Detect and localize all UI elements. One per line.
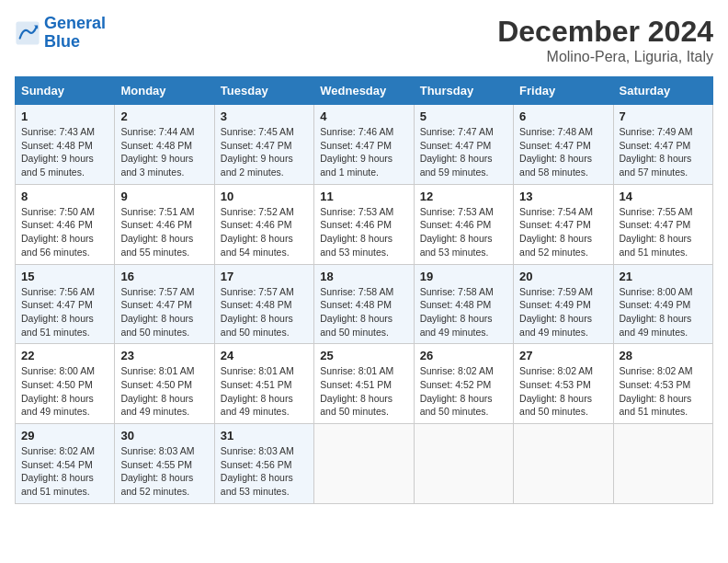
- calendar-title: December 2024: [497, 15, 713, 49]
- day-number: 7: [620, 109, 707, 123]
- title-block: December 2024 Molino-Pera, Liguria, Ital…: [497, 15, 713, 65]
- weekday-header-monday: Monday: [115, 77, 214, 105]
- day-number: 10: [221, 190, 308, 203]
- calendar-cell: 9Sunrise: 7:51 AMSunset: 4:46 PMDaylight…: [115, 184, 214, 264]
- day-number: 27: [519, 349, 607, 362]
- day-number: 13: [519, 190, 607, 203]
- day-detail: Sunrise: 7:56 AMSunset: 4:47 PMDaylight:…: [21, 285, 108, 339]
- day-detail: Sunrise: 8:02 AMSunset: 4:53 PMDaylight:…: [620, 364, 707, 419]
- day-detail: Sunrise: 7:47 AMSunset: 4:47 PMDaylight:…: [420, 125, 507, 179]
- day-number: 22: [21, 349, 108, 362]
- calendar-cell: 27Sunrise: 8:02 AMSunset: 4:53 PMDayligh…: [514, 344, 613, 424]
- calendar-cell: 6Sunrise: 7:48 AMSunset: 4:47 PMDaylight…: [514, 105, 613, 185]
- calendar-cell: 20Sunrise: 7:59 AMSunset: 4:49 PMDayligh…: [514, 264, 613, 344]
- calendar-cell: 7Sunrise: 7:49 AMSunset: 4:47 PMDaylight…: [613, 105, 712, 185]
- day-number: 19: [420, 270, 507, 283]
- day-number: 30: [120, 429, 208, 442]
- calendar-cell: 25Sunrise: 8:01 AMSunset: 4:51 PMDayligh…: [314, 344, 414, 424]
- logo-line1: General: [44, 14, 106, 32]
- day-number: 6: [519, 109, 607, 123]
- weekday-header-saturday: Saturday: [613, 77, 712, 105]
- day-detail: Sunrise: 7:57 AMSunset: 4:47 PMDaylight:…: [120, 285, 208, 339]
- day-detail: Sunrise: 8:02 AMSunset: 4:53 PMDaylight:…: [519, 364, 607, 419]
- calendar-cell: 15Sunrise: 7:56 AMSunset: 4:47 PMDayligh…: [16, 264, 115, 344]
- calendar-cell: 21Sunrise: 8:00 AMSunset: 4:49 PMDayligh…: [613, 264, 712, 344]
- calendar-cell: 11Sunrise: 7:53 AMSunset: 4:46 PMDayligh…: [314, 184, 414, 264]
- day-number: 3: [221, 109, 308, 123]
- day-detail: Sunrise: 7:57 AMSunset: 4:48 PMDaylight:…: [221, 285, 308, 339]
- calendar-cell: 18Sunrise: 7:58 AMSunset: 4:48 PMDayligh…: [314, 264, 414, 344]
- day-number: 1: [21, 109, 108, 123]
- weekday-header-friday: Friday: [514, 77, 613, 105]
- calendar-cell: [613, 424, 712, 504]
- day-number: 8: [21, 190, 108, 203]
- day-number: 21: [620, 270, 707, 283]
- calendar-cell: 28Sunrise: 8:02 AMSunset: 4:53 PMDayligh…: [613, 344, 712, 424]
- day-number: 24: [221, 349, 308, 362]
- calendar-cell: 2Sunrise: 7:44 AMSunset: 4:48 PMDaylight…: [115, 105, 214, 185]
- calendar-cell: [514, 424, 613, 504]
- day-number: 17: [221, 270, 308, 283]
- day-detail: Sunrise: 8:03 AMSunset: 4:55 PMDaylight:…: [120, 444, 208, 499]
- day-number: 5: [420, 109, 507, 123]
- calendar-week-5: 29Sunrise: 8:02 AMSunset: 4:54 PMDayligh…: [16, 424, 713, 504]
- calendar-cell: 29Sunrise: 8:02 AMSunset: 4:54 PMDayligh…: [16, 424, 115, 504]
- day-detail: Sunrise: 8:01 AMSunset: 4:51 PMDaylight:…: [221, 364, 308, 419]
- logo: General Blue: [15, 15, 106, 52]
- calendar-week-4: 22Sunrise: 8:00 AMSunset: 4:50 PMDayligh…: [16, 344, 713, 424]
- calendar-week-3: 15Sunrise: 7:56 AMSunset: 4:47 PMDayligh…: [16, 264, 713, 344]
- calendar-subtitle: Molino-Pera, Liguria, Italy: [497, 49, 713, 65]
- day-number: 29: [21, 429, 108, 442]
- day-detail: Sunrise: 7:45 AMSunset: 4:47 PMDaylight:…: [221, 125, 308, 179]
- day-number: 25: [320, 349, 407, 362]
- day-number: 11: [320, 190, 407, 203]
- day-detail: Sunrise: 7:53 AMSunset: 4:46 PMDaylight:…: [320, 205, 407, 259]
- calendar-cell: 10Sunrise: 7:52 AMSunset: 4:46 PMDayligh…: [214, 184, 313, 264]
- calendar-cell: 16Sunrise: 7:57 AMSunset: 4:47 PMDayligh…: [115, 264, 214, 344]
- calendar-cell: 5Sunrise: 7:47 AMSunset: 4:47 PMDaylight…: [414, 105, 513, 185]
- day-number: 26: [420, 349, 507, 362]
- calendar-table: SundayMondayTuesdayWednesdayThursdayFrid…: [15, 76, 713, 504]
- weekday-header-tuesday: Tuesday: [214, 77, 313, 105]
- calendar-cell: 8Sunrise: 7:50 AMSunset: 4:46 PMDaylight…: [16, 184, 115, 264]
- day-number: 2: [120, 109, 208, 123]
- day-number: 14: [620, 190, 707, 203]
- logo-text: General Blue: [44, 15, 106, 52]
- calendar-cell: 24Sunrise: 8:01 AMSunset: 4:51 PMDayligh…: [214, 344, 313, 424]
- day-number: 18: [320, 270, 407, 283]
- day-number: 28: [620, 349, 707, 362]
- weekday-header-wednesday: Wednesday: [314, 77, 414, 105]
- day-detail: Sunrise: 7:48 AMSunset: 4:47 PMDaylight:…: [519, 125, 607, 179]
- day-number: 31: [221, 429, 308, 442]
- day-detail: Sunrise: 7:51 AMSunset: 4:46 PMDaylight:…: [120, 205, 208, 259]
- logo-icon: [15, 20, 40, 46]
- calendar-cell: 26Sunrise: 8:02 AMSunset: 4:52 PMDayligh…: [414, 344, 513, 424]
- calendar-week-1: 1Sunrise: 7:43 AMSunset: 4:48 PMDaylight…: [16, 105, 713, 185]
- calendar-cell: [414, 424, 513, 504]
- day-detail: Sunrise: 7:44 AMSunset: 4:48 PMDaylight:…: [120, 125, 208, 179]
- day-detail: Sunrise: 7:55 AMSunset: 4:47 PMDaylight:…: [620, 205, 707, 259]
- day-detail: Sunrise: 7:49 AMSunset: 4:47 PMDaylight:…: [620, 125, 707, 179]
- calendar-cell: 13Sunrise: 7:54 AMSunset: 4:47 PMDayligh…: [514, 184, 613, 264]
- day-detail: Sunrise: 7:59 AMSunset: 4:49 PMDaylight:…: [519, 285, 607, 339]
- calendar-week-2: 8Sunrise: 7:50 AMSunset: 4:46 PMDaylight…: [16, 184, 713, 264]
- day-detail: Sunrise: 8:01 AMSunset: 4:51 PMDaylight:…: [320, 364, 407, 419]
- day-number: 4: [320, 109, 407, 123]
- day-detail: Sunrise: 7:52 AMSunset: 4:46 PMDaylight:…: [221, 205, 308, 259]
- day-detail: Sunrise: 7:54 AMSunset: 4:47 PMDaylight:…: [519, 205, 607, 259]
- calendar-cell: 12Sunrise: 7:53 AMSunset: 4:46 PMDayligh…: [414, 184, 513, 264]
- day-detail: Sunrise: 7:46 AMSunset: 4:47 PMDaylight:…: [320, 125, 407, 179]
- day-detail: Sunrise: 7:50 AMSunset: 4:46 PMDaylight:…: [21, 205, 108, 259]
- calendar-cell: 31Sunrise: 8:03 AMSunset: 4:56 PMDayligh…: [214, 424, 313, 504]
- day-detail: Sunrise: 8:02 AMSunset: 4:54 PMDaylight:…: [21, 444, 108, 499]
- logo-line2: Blue: [44, 32, 80, 51]
- day-detail: Sunrise: 8:01 AMSunset: 4:50 PMDaylight:…: [120, 364, 208, 419]
- calendar-cell: 17Sunrise: 7:57 AMSunset: 4:48 PMDayligh…: [214, 264, 313, 344]
- day-detail: Sunrise: 7:53 AMSunset: 4:46 PMDaylight:…: [420, 205, 507, 259]
- day-number: 15: [21, 270, 108, 283]
- calendar-cell: 22Sunrise: 8:00 AMSunset: 4:50 PMDayligh…: [16, 344, 115, 424]
- calendar-cell: 4Sunrise: 7:46 AMSunset: 4:47 PMDaylight…: [314, 105, 414, 185]
- calendar-cell: 14Sunrise: 7:55 AMSunset: 4:47 PMDayligh…: [613, 184, 712, 264]
- calendar-cell: 19Sunrise: 7:58 AMSunset: 4:48 PMDayligh…: [414, 264, 513, 344]
- day-detail: Sunrise: 8:00 AMSunset: 4:49 PMDaylight:…: [620, 285, 707, 339]
